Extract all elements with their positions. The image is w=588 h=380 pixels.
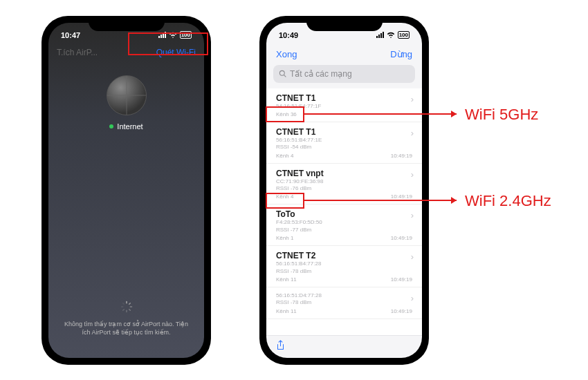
- network-rssi: RSSI -76 dBm: [276, 185, 412, 192]
- network-item[interactable]: 56:16:51:D4:77:28RSSI -78 dBmKênh 1110:4…: [266, 287, 422, 319]
- svg-rect-1: [128, 303, 131, 305]
- svg-rect-0: [126, 301, 127, 304]
- svg-rect-3: [128, 309, 131, 312]
- search-icon: [279, 70, 286, 77]
- svg-point-8: [279, 70, 284, 75]
- svg-rect-7: [122, 303, 125, 305]
- screen-airport-utility: 10:47 100 T.ích AirP... Quét Wi-Fi Inter…: [48, 23, 204, 358]
- chevron-right-icon: ›: [411, 251, 414, 262]
- status-icons: 100: [158, 31, 192, 39]
- network-list[interactable]: CTNET T154:16:51:F4:77:1FKênh 36›CTNET T…: [266, 88, 422, 335]
- network-rssi: RSSI -77 dBm: [276, 227, 412, 234]
- network-item[interactable]: CTNET T256:16:51:B4:77:28RSSI -78 dBmKên…: [266, 246, 422, 287]
- notch: [306, 16, 383, 31]
- battery-icon: 100: [398, 31, 410, 39]
- network-item[interactable]: CTNET T154:16:51:F4:77:1FKênh 36›: [266, 88, 422, 122]
- battery-icon: 100: [180, 31, 192, 39]
- svg-rect-2: [129, 306, 132, 307]
- status-time: 10:49: [279, 31, 298, 39]
- network-mac: 54:16:51:F4:77:1F: [276, 103, 412, 110]
- network-name: CTNET T2: [276, 251, 412, 260]
- network-time: 10:49:19: [391, 308, 412, 314]
- network-channel: Kênh 4: [276, 153, 293, 159]
- wifi-status-icon: [169, 32, 177, 38]
- search-container: Tất cả các mạng: [266, 65, 422, 88]
- status-dot-icon: [109, 124, 113, 129]
- network-item[interactable]: CTNET T156:16:51:B4:77:1ERSSI -54 dBmKên…: [266, 122, 422, 164]
- internet-status-row: Internet: [109, 122, 143, 131]
- done-button[interactable]: Xong: [276, 49, 297, 59]
- network-channel: Kênh 11: [276, 308, 297, 314]
- network-mac: F4:28:53:F0:5D:50: [276, 219, 412, 226]
- svg-marker-10: [451, 111, 457, 117]
- scan-wifi-button[interactable]: Quét Wi-Fi: [156, 48, 196, 57]
- network-mac: 56:16:51:B4:77:1E: [276, 137, 412, 144]
- spinner-icon: [120, 301, 133, 313]
- status-time: 10:47: [61, 31, 80, 39]
- notch: [89, 16, 165, 31]
- back-link[interactable]: T.ích AirP...: [57, 48, 98, 57]
- stop-button[interactable]: Dừng: [390, 49, 412, 59]
- nav-bar: T.ích AirP... Quét Wi-Fi: [48, 44, 204, 61]
- network-name: ToTo: [276, 209, 412, 219]
- network-time: 10:49:19: [391, 235, 412, 241]
- annotation-5ghz: WiFi 5GHz: [465, 106, 538, 124]
- network-name: CTNET T1: [276, 127, 412, 137]
- network-mac: 56:16:51:B4:77:28: [276, 260, 412, 267]
- svg-marker-11: [451, 197, 457, 204]
- chevron-right-icon: ›: [411, 128, 414, 138]
- network-name: CTNET T1: [276, 93, 412, 103]
- network-channel: Kênh 4: [276, 193, 293, 200]
- network-time: 10:49:19: [391, 153, 412, 159]
- svg-rect-4: [126, 310, 127, 313]
- svg-line-9: [284, 75, 286, 77]
- annotation-24ghz: WiFi 2.4GHz: [465, 192, 551, 210]
- network-channel: Kênh 1: [276, 235, 293, 241]
- network-mac: CC:71:90:FE:36:98: [276, 178, 412, 185]
- chevron-right-icon: ›: [411, 169, 414, 180]
- nav-bar: Xong Dừng: [266, 44, 422, 65]
- network-time: 10:49:19: [391, 193, 412, 200]
- network-channel: Kênh 11: [276, 276, 297, 283]
- bottom-toolbar: [266, 335, 422, 358]
- searching-section: Không tìm thấy trạm cơ sở AirPort nào. T…: [48, 301, 204, 357]
- phone-left: 10:47 100 T.ích AirP... Quét Wi-Fi Inter…: [42, 16, 211, 365]
- globe-icon[interactable]: [107, 75, 147, 115]
- search-input[interactable]: Tất cả các mạng: [273, 65, 415, 83]
- svg-rect-5: [122, 309, 125, 312]
- network-time: 10:49:19: [391, 276, 412, 283]
- chevron-right-icon: ›: [411, 210, 414, 220]
- chevron-right-icon: ›: [411, 293, 414, 303]
- screen-wifi-scanner: 10:49 100 Xong Dừng Tất cả các mạng CTNE…: [266, 23, 422, 358]
- chevron-right-icon: ›: [411, 94, 414, 104]
- svg-rect-6: [120, 306, 123, 307]
- network-mac: 56:16:51:D4:77:28: [276, 292, 412, 299]
- network-rssi: RSSI -78 dBm: [276, 268, 412, 275]
- network-name: CTNET vnpt: [276, 169, 412, 178]
- wifi-status-icon: [387, 32, 395, 38]
- not-found-text: Không tìm thấy trạm cơ sở AirPort nào. T…: [62, 320, 190, 336]
- share-icon[interactable]: [276, 340, 285, 351]
- network-channel: Kênh 36: [276, 111, 297, 117]
- status-icons: 100: [376, 31, 410, 39]
- network-item[interactable]: CTNET vnptCC:71:90:FE:36:98RSSI -76 dBmK…: [266, 164, 422, 205]
- internet-status-section: Internet: [48, 61, 204, 131]
- network-rssi: RSSI -54 dBm: [276, 144, 412, 151]
- phone-right: 10:49 100 Xong Dừng Tất cả các mạng CTNE…: [259, 16, 429, 365]
- cellular-signal-icon: [158, 32, 166, 38]
- network-rssi: RSSI -78 dBm: [276, 299, 412, 306]
- search-placeholder: Tất cả các mạng: [290, 69, 352, 79]
- internet-label: Internet: [117, 122, 143, 131]
- cellular-signal-icon: [376, 32, 384, 38]
- network-item[interactable]: ToToF4:28:53:F0:5D:50RSSI -77 dBmKênh 11…: [266, 205, 422, 246]
